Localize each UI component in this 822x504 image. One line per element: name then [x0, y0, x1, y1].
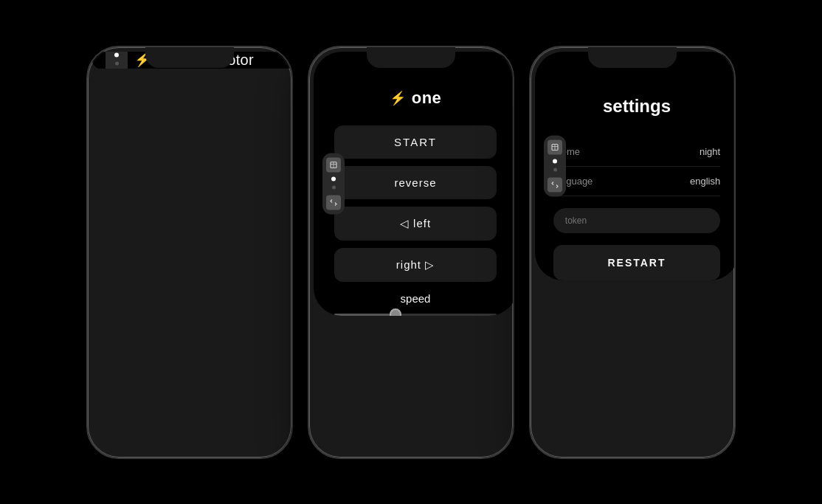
phone-1: ⚡ select a motor — [86, 46, 293, 459]
phone-2-power — [513, 151, 514, 191]
phone-3-screen: settings theme night language english RE… — [535, 52, 736, 280]
widget-dot-white — [114, 53, 119, 58]
phone-3: settings theme night language english RE… — [529, 46, 736, 459]
theme-value: night — [700, 146, 720, 157]
widget-pill-3 — [544, 135, 566, 196]
language-value: english — [690, 176, 720, 187]
phone-3-notch — [588, 47, 677, 68]
widget-dot-gray-3 — [553, 168, 557, 171]
motor-header: ⚡ one — [314, 89, 514, 108]
settings-row-theme: theme night — [553, 137, 720, 167]
speed-slider-thumb[interactable] — [390, 308, 401, 316]
start-button[interactable]: START — [334, 125, 497, 159]
widget-dot-3 — [553, 159, 557, 163]
phone-1-vol-up — [86, 136, 88, 159]
motor-name: one — [412, 89, 442, 108]
phone-2: ⚡ one START reverse ◁ left right ▷ speed — [308, 46, 514, 459]
phone-3-side-widget — [544, 135, 566, 196]
widget-dot-gray-2 — [332, 185, 336, 189]
cube-icon-3 — [548, 139, 562, 154]
speed-slider-track — [334, 314, 497, 316]
phones-container: ⚡ select a motor — [0, 0, 822, 504]
settings-row-language: language english — [553, 167, 720, 196]
phone-3-power — [734, 151, 736, 191]
phone-1-power — [291, 151, 293, 191]
settings-title: settings — [535, 96, 736, 117]
widget-dot-gray — [115, 62, 119, 66]
left-button[interactable]: ◁ left — [334, 207, 497, 241]
widget-pill-1 — [106, 52, 128, 69]
speed-label: speed — [334, 292, 497, 305]
cube-icon-2 — [326, 157, 341, 172]
phone-2-vol-down — [308, 169, 309, 193]
arrows-icon-3 — [548, 177, 562, 192]
speed-section: speed — [334, 292, 497, 316]
phone-2-side-widget — [322, 153, 345, 214]
settings-rows: theme night language english — [553, 137, 720, 196]
restart-button[interactable]: RESTART — [553, 245, 720, 280]
phone-1-vol-down — [86, 169, 88, 193]
phone-1-side-widget — [106, 52, 128, 69]
reverse-button[interactable]: reverse — [334, 166, 497, 199]
phone-2-screen: ⚡ one START reverse ◁ left right ▷ speed — [314, 52, 514, 316]
token-input[interactable] — [553, 208, 720, 233]
phone-1-notch — [145, 47, 234, 68]
arrows-icon-2 — [326, 195, 341, 210]
phone-3-vol-down — [529, 169, 531, 193]
widget-pill-2 — [322, 153, 345, 214]
phone-2-notch — [367, 47, 455, 68]
motor-controls: START reverse ◁ left right ▷ speed — [334, 125, 497, 316]
widget-dot-2 — [331, 176, 336, 181]
phone-2-vol-up — [308, 136, 309, 159]
right-button[interactable]: right ▷ — [334, 248, 497, 282]
phone-3-vol-up — [529, 136, 531, 159]
bolt-icon-2: ⚡ — [390, 90, 406, 106]
